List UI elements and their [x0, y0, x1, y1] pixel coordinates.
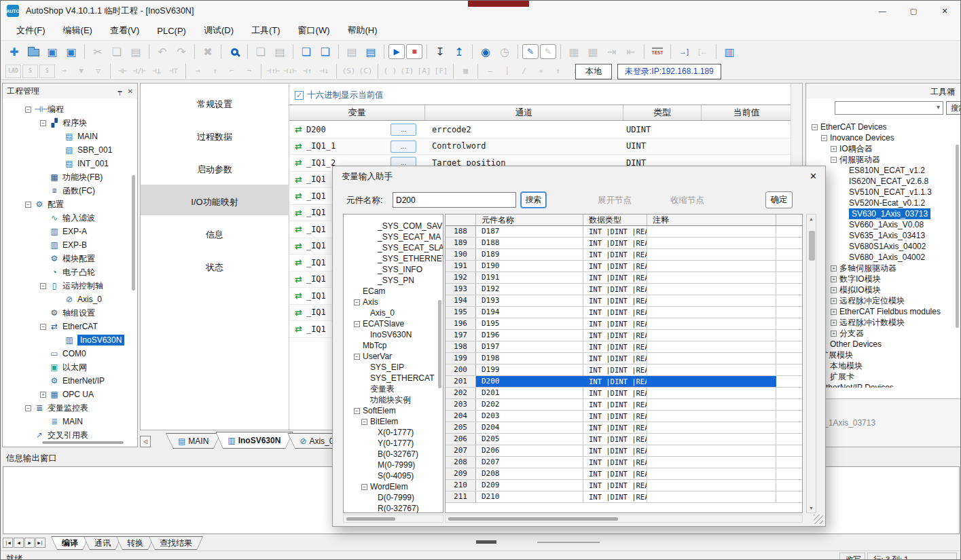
- save-button[interactable]: ▣: [43, 43, 61, 60]
- toolbox-tree-item[interactable]: +EtherCAT Fieldbus modules: [808, 306, 954, 317]
- tab-next-button[interactable]: ▶: [24, 538, 35, 548]
- variable-tree-item[interactable]: _SYS_ECAT_MA: [344, 231, 443, 242]
- variable-tree-item[interactable]: −WordElem: [344, 481, 443, 492]
- collapse-minus-icon[interactable]: −: [25, 202, 31, 208]
- variable-tree-item[interactable]: SYS_EIP: [344, 362, 443, 373]
- collapse-minus-icon[interactable]: −: [812, 124, 818, 130]
- project-tree-item[interactable]: ∿输入滤波: [4, 211, 129, 225]
- expand-plus-icon[interactable]: +: [831, 320, 837, 326]
- tab-scroll-left-button[interactable]: ◁: [140, 436, 151, 447]
- variable-tree-hscroll-thumb[interactable]: [346, 517, 395, 521]
- tab-MAIN[interactable]: ▤MAIN: [166, 433, 221, 449]
- project-tree-item[interactable]: −⇄EtherCAT: [4, 320, 129, 333]
- menu-item[interactable]: 编辑(E): [54, 21, 101, 40]
- expand-plus-icon[interactable]: +: [40, 392, 46, 398]
- project-tree-item[interactable]: ▭COM0: [4, 347, 129, 360]
- element-table-hscroll[interactable]: [445, 515, 803, 523]
- variable-tree-vscroll[interactable]: [438, 300, 441, 388]
- toolbox-tree-item[interactable]: ES810N_ECAT_v1.2: [808, 165, 954, 176]
- element-row[interactable]: 192D191INT |DINT |REAL: [446, 272, 802, 284]
- test-button[interactable]: TEST: [649, 43, 666, 60]
- element-row[interactable]: 199D198INT |DINT |REAL: [446, 353, 802, 365]
- variable-tree-item[interactable]: X(0-1777): [344, 427, 443, 438]
- scroll-down-icon[interactable]: ▼: [807, 504, 816, 512]
- upload-from-plc-button[interactable]: ↥: [450, 43, 468, 60]
- variable-tree-item[interactable]: −SoftElem: [344, 405, 443, 416]
- project-tree-item[interactable]: ↗交叉引用表: [4, 428, 129, 440]
- toolbox-tree-item[interactable]: SV510N_ECAT_v1.1.3: [808, 187, 954, 198]
- toolbox-tree-item[interactable]: +数字IO模块: [808, 274, 954, 284]
- project-tree-item[interactable]: ⚙EtherNet/IP: [4, 374, 129, 388]
- collapse-minus-icon[interactable]: −: [25, 405, 31, 411]
- project-tree-item[interactable]: −≣变量监控表: [4, 401, 129, 415]
- collapse-minus-icon[interactable]: −: [40, 120, 46, 126]
- element-row[interactable]: 205D204INT |DINT |REAL: [446, 422, 802, 434]
- element-row[interactable]: 196D195INT |DINT |REAL: [446, 318, 802, 330]
- variable-tree-item[interactable]: 变量表: [344, 384, 443, 394]
- cascade-windows-button[interactable]: ❏: [297, 43, 315, 60]
- element-row[interactable]: 191D190INT |DINT |REAL: [446, 261, 802, 272]
- menu-item[interactable]: 文件(F): [7, 21, 54, 40]
- hex-display-checkbox[interactable]: ✓: [295, 91, 304, 100]
- expand-plus-icon[interactable]: +: [831, 146, 837, 152]
- variable-tree-item[interactable]: −BitElem: [344, 416, 443, 427]
- element-row[interactable]: 189D188INT |DINT |REAL: [446, 238, 802, 249]
- element-row[interactable]: 197D196INT |DINT |REAL: [446, 330, 802, 341]
- collapse-minus-icon[interactable]: −: [40, 283, 46, 289]
- project-tree-item[interactable]: ▥InoSV630N: [4, 333, 129, 347]
- tab-last-button[interactable]: ▶|: [35, 538, 46, 548]
- element-row[interactable]: 201D200INT |DINT |REAL: [446, 376, 802, 388]
- project-tree-item[interactable]: ⚙轴组设置: [4, 306, 129, 320]
- write-enable-button[interactable]: ✎: [522, 44, 539, 59]
- project-tree-item[interactable]: −⊣⊢编程: [4, 102, 129, 116]
- project-tree-item[interactable]: ≣MAIN: [4, 415, 129, 428]
- settings-nav-5[interactable]: 信息: [141, 226, 289, 244]
- project-tree-item[interactable]: ▥EXP-B: [4, 238, 129, 252]
- element-row[interactable]: 207D206INT |DINT |REAL: [446, 445, 802, 457]
- element-row[interactable]: 190D189INT |DINT |REAL: [446, 249, 802, 261]
- minimize-button[interactable]: —: [867, 1, 898, 21]
- project-tree-item[interactable]: ▣以太网: [4, 360, 129, 374]
- browse-button[interactable]: ...: [391, 141, 416, 153]
- toolbox-tree-item[interactable]: 本地模块: [808, 360, 954, 371]
- toolbox-tree-item[interactable]: SV680_1Axis_04002: [808, 252, 954, 263]
- element-name-input[interactable]: [393, 192, 516, 208]
- toolbox-tree-item[interactable]: +模拟IO模块: [808, 284, 954, 295]
- toolbox-search-combo[interactable]: [835, 101, 943, 115]
- toolbox-tree-item[interactable]: +远程脉冲定位模块: [808, 295, 954, 306]
- settings-nav-1[interactable]: 常规设置: [141, 96, 289, 113]
- expand-plus-icon[interactable]: +: [831, 287, 837, 293]
- toolbox-tree-item[interactable]: −扩展模块: [808, 350, 954, 360]
- local-mode-button[interactable]: 本地: [575, 64, 612, 79]
- toolbox-tree-item[interactable]: −EtherCAT Devices: [808, 122, 954, 132]
- toolbox-tree-item[interactable]: −Inovance Devices: [808, 132, 954, 143]
- open-project-button[interactable]: [24, 43, 42, 60]
- settings-nav-4[interactable]: I/O功能映射: [141, 193, 289, 211]
- login-status-button[interactable]: 未登录:IP:192.168.1.189: [617, 64, 721, 79]
- collapse-minus-icon[interactable]: −: [821, 135, 827, 141]
- element-row[interactable]: 188D187INT |DINT |REAL: [446, 226, 802, 238]
- collapse-minus-icon[interactable]: −: [354, 408, 360, 414]
- element-row[interactable]: 194D193INT |DINT |REAL: [446, 295, 802, 307]
- element-row[interactable]: 193D192INT |DINT |REAL: [446, 284, 802, 295]
- toolbox-tree-item[interactable]: Other Devices: [808, 339, 954, 350]
- output-hscroll[interactable]: [537, 542, 600, 543]
- dialog-search-button[interactable]: 搜索: [521, 192, 546, 208]
- login-button[interactable]: →]: [675, 43, 693, 60]
- settings-nav-6[interactable]: 状态: [141, 259, 289, 276]
- variable-tree-item[interactable]: InoSV630N: [344, 329, 443, 340]
- variable-tree-item[interactable]: _SYS_INFO: [344, 264, 443, 275]
- variable-tree-hscroll[interactable]: [343, 515, 443, 523]
- project-tree-item[interactable]: ▤INT_001: [4, 157, 129, 170]
- collapse-minus-icon[interactable]: −: [354, 321, 360, 327]
- scroll-up-icon[interactable]: ▲: [807, 214, 816, 223]
- project-tree-item[interactable]: ◔电子凸轮: [4, 265, 129, 279]
- save-all-button[interactable]: ▣: [62, 43, 80, 60]
- toolbox-tree-item[interactable]: SV630_1Axis_03713: [808, 208, 954, 219]
- pin-icon[interactable]: ┯: [118, 88, 122, 95]
- download-to-plc-button[interactable]: ↧: [431, 43, 449, 60]
- expand-plus-icon[interactable]: +: [831, 331, 837, 337]
- collapse-minus-icon[interactable]: −: [361, 484, 367, 490]
- panel-close-icon[interactable]: ✕: [128, 88, 133, 95]
- variable-tree-item[interactable]: _SYS_PN: [344, 275, 443, 286]
